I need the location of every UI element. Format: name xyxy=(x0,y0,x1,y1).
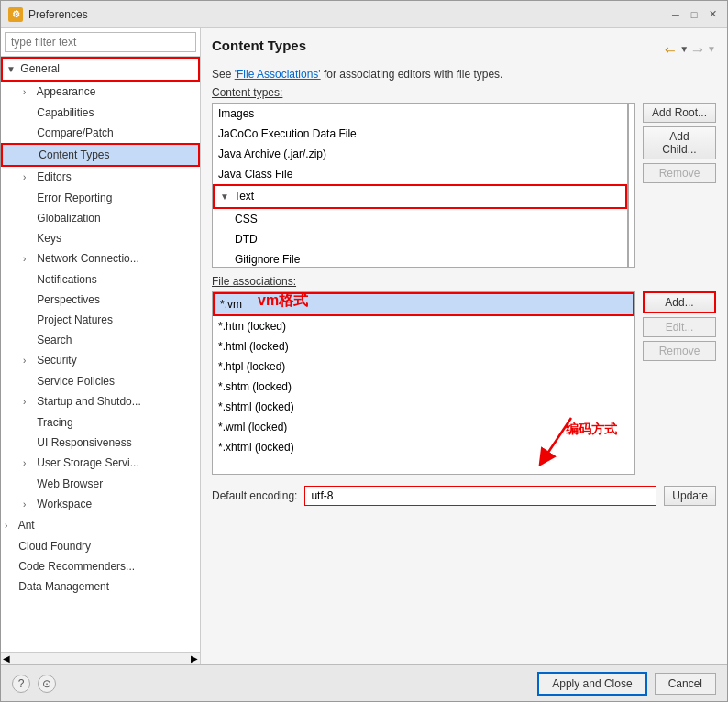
tree-item-workspace[interactable]: › Workspace xyxy=(1,494,200,515)
tree-item-web-browser[interactable]: Web Browser xyxy=(1,474,200,494)
arrow-icon: › xyxy=(23,84,34,101)
tree-item-data-management[interactable]: Data Management xyxy=(1,576,200,597)
encoding-input[interactable] xyxy=(304,486,656,506)
tree-area: ▼ General › Appearance Capabilities Comp… xyxy=(1,57,200,652)
remove-file-assoc-button[interactable]: Remove xyxy=(643,341,716,361)
scroll-left-icon[interactable]: ◀ xyxy=(3,653,10,664)
file-assoc-item-shtm[interactable]: *.shtm (locked) xyxy=(213,377,634,397)
content-type-buttons: Add Root... Add Child... Remove xyxy=(643,103,716,268)
app-icon: ⚙ xyxy=(8,7,23,22)
left-panel: ▼ General › Appearance Capabilities Comp… xyxy=(1,28,201,664)
arrow-icon: › xyxy=(23,455,34,472)
content-list-box[interactable]: Images JaCoCo Execution Data File Java A… xyxy=(212,103,628,268)
content-item-css[interactable]: CSS xyxy=(213,209,627,229)
file-assoc-item-shtml[interactable]: *.shtml (locked) xyxy=(213,397,634,417)
arrow-icon: › xyxy=(23,394,34,411)
tree-item-keys[interactable]: Keys xyxy=(1,228,200,248)
main-content: ▼ General › Appearance Capabilities Comp… xyxy=(1,28,727,664)
file-assoc-item-xhtml[interactable]: *.xhtml (locked) xyxy=(213,437,634,457)
content-item-images[interactable]: Images xyxy=(213,104,627,124)
window-controls: ─ □ ✕ xyxy=(668,7,720,22)
arrow-icon: › xyxy=(23,353,34,369)
tree-item-capabilities[interactable]: Capabilities xyxy=(1,103,200,123)
search-box xyxy=(1,28,200,57)
file-assoc-item-vm[interactable]: *.vm xyxy=(213,292,634,316)
add-file-assoc-button[interactable]: Add... xyxy=(643,291,716,313)
file-associations-link[interactable]: 'File Associations' xyxy=(235,68,321,81)
file-assoc-label: File associations: xyxy=(212,275,716,288)
link-line: See 'File Associations' for associating … xyxy=(212,68,716,81)
content-item-java-archive[interactable]: Java Archive (.jar/.zip) xyxy=(213,144,627,164)
search-input[interactable] xyxy=(5,32,196,52)
file-assoc-item-htm[interactable]: *.htm (locked) xyxy=(213,316,634,336)
content-item-text[interactable]: ▼ Text xyxy=(213,184,627,209)
file-assoc-list[interactable]: *.vm *.htm (locked) *.html (locked) *.ht… xyxy=(212,291,635,475)
tree-item-security[interactable]: › Security xyxy=(1,350,200,371)
forward-icon[interactable]: ⇒ xyxy=(692,42,703,57)
content-item-java-class[interactable]: Java Class File xyxy=(213,164,627,184)
tree-item-globalization[interactable]: Globalization xyxy=(1,208,200,228)
cancel-button[interactable]: Cancel xyxy=(655,673,716,695)
add-child-button[interactable]: Add Child... xyxy=(643,126,716,159)
content-item-gitignore[interactable]: Gitignore File xyxy=(213,249,627,268)
file-assoc-inner: *.vm *.htm (locked) *.html (locked) *.ht… xyxy=(212,291,635,475)
tree-item-service-policies[interactable]: Service Policies xyxy=(1,371,200,391)
content-types-label: Content types: xyxy=(212,86,716,99)
arrow-icon: › xyxy=(5,518,16,534)
tree-item-network[interactable]: › Network Connectio... xyxy=(1,248,200,269)
tree-item-perspectives[interactable]: Perspectives xyxy=(1,290,200,310)
tree-item-appearance[interactable]: › Appearance xyxy=(1,82,200,103)
tree-item-code-recommenders[interactable]: Code Recommenders... xyxy=(1,556,200,576)
arrow-icon: ▼ xyxy=(6,61,17,78)
info-icon[interactable]: ⊙ xyxy=(38,675,56,693)
content-item-dtd[interactable]: DTD xyxy=(213,229,627,249)
panel-title: Content Types xyxy=(212,38,306,53)
scroll-right-icon[interactable]: ▶ xyxy=(191,653,198,664)
titlebar: ⚙ Preferences ─ □ ✕ xyxy=(1,1,727,28)
window-title: Preferences xyxy=(28,8,663,21)
file-assoc-section: *.vm *.htm (locked) *.html (locked) *.ht… xyxy=(212,291,716,475)
maximize-button[interactable]: □ xyxy=(687,7,701,22)
right-panel: Content Types ⇐ ▼ ⇒ ▼ See 'File Associat… xyxy=(201,28,727,664)
file-assoc-item-htpl[interactable]: *.htpl (locked) xyxy=(213,356,634,377)
tree-item-tracing[interactable]: Tracing xyxy=(1,412,200,433)
close-button[interactable]: ✕ xyxy=(705,7,720,22)
edit-file-assoc-button[interactable]: Edit... xyxy=(643,317,716,337)
tree-item-ui-responsiveness[interactable]: UI Responsiveness xyxy=(1,433,200,453)
tree-item-user-storage[interactable]: › User Storage Servi... xyxy=(1,453,200,474)
preferences-window: ⚙ Preferences ─ □ ✕ ▼ General › Appearan… xyxy=(0,0,728,702)
arrow-icon: › xyxy=(23,251,34,268)
add-root-button[interactable]: Add Root... xyxy=(643,103,716,123)
tree-item-cloud-foundry[interactable]: Cloud Foundry xyxy=(1,536,200,556)
arrow-icon: › xyxy=(23,497,34,513)
tree-item-notifications[interactable]: Notifications xyxy=(1,269,200,290)
update-button[interactable]: Update xyxy=(664,486,716,506)
tree-item-compare-patch[interactable]: Compare/Patch xyxy=(1,123,200,143)
back-dropdown-icon[interactable]: ▼ xyxy=(679,44,689,54)
content-item-jacoco[interactable]: JaCoCo Execution Data File xyxy=(213,124,627,144)
tree-item-project-natures[interactable]: Project Natures xyxy=(1,310,200,330)
arrow-icon: › xyxy=(23,170,34,186)
tree-item-editors[interactable]: › Editors xyxy=(1,167,200,188)
tree-item-general[interactable]: ▼ General xyxy=(1,57,200,82)
tree-item-content-types[interactable]: Content Types xyxy=(1,143,200,167)
tree-item-error-reporting[interactable]: Error Reporting xyxy=(1,188,200,208)
encoding-row: Default encoding: Update xyxy=(212,486,716,506)
tree-item-ant[interactable]: › Ant xyxy=(1,515,200,536)
file-assoc-item-wml[interactable]: *.wml (locked) xyxy=(213,417,634,437)
encoding-label: Default encoding: xyxy=(212,489,297,502)
help-icon[interactable]: ? xyxy=(12,675,30,693)
tree-item-search[interactable]: Search xyxy=(1,330,200,350)
apply-close-button[interactable]: Apply and Close xyxy=(537,672,646,696)
minimize-button[interactable]: ─ xyxy=(668,7,683,22)
file-assoc-buttons: Add... Edit... Remove xyxy=(643,291,716,475)
file-assoc-item-html[interactable]: *.html (locked) xyxy=(213,336,634,356)
tree-item-startup[interactable]: › Startup and Shutdo... xyxy=(1,391,200,412)
content-remove-button[interactable]: Remove xyxy=(643,163,716,183)
bottom-bar: ? ⊙ Apply and Close Cancel xyxy=(1,664,727,701)
content-types-area: Images JaCoCo Execution Data File Java A… xyxy=(212,103,716,268)
back-icon[interactable]: ⇐ xyxy=(665,42,676,57)
bottom-left-icons: ? ⊙ xyxy=(12,675,56,693)
forward-dropdown-icon[interactable]: ▼ xyxy=(707,44,716,54)
